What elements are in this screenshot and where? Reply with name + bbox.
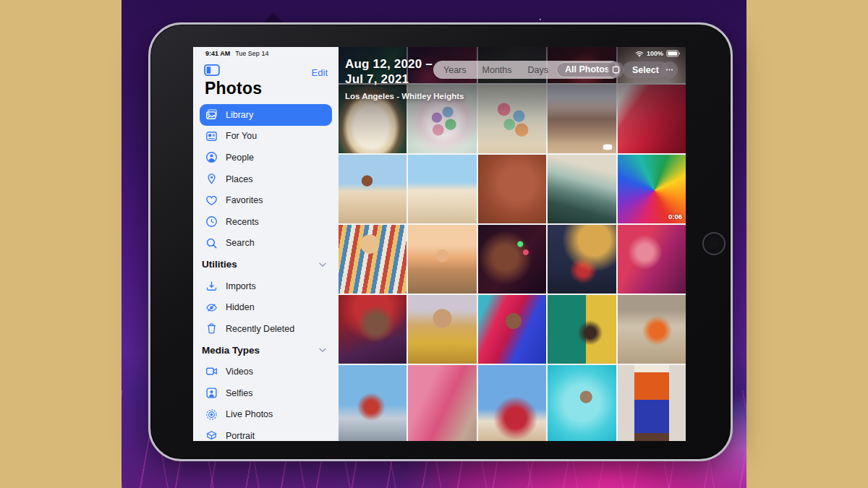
sidebar-item-places[interactable]: Places xyxy=(200,168,332,190)
photo-ocean-rocks-aerial[interactable] xyxy=(548,155,616,223)
page-title: Photos xyxy=(205,79,262,98)
photo-sunglasses-red-blue[interactable] xyxy=(478,295,546,364)
battery-icon xyxy=(666,50,681,57)
sidebar-item-recently-deleted[interactable]: Recently Deleted xyxy=(200,318,332,340)
sidebar-item-label: Live Photos xyxy=(226,409,273,419)
photo-terracotta-portrait[interactable] xyxy=(478,155,546,223)
recents-icon xyxy=(205,215,218,228)
videos-icon xyxy=(205,365,218,377)
wifi-icon xyxy=(635,51,644,57)
sidebar-item-label: Recently Deleted xyxy=(226,324,294,334)
sidebar-item-for-you[interactable]: For You xyxy=(200,126,332,147)
ipad-device: 9:41 AM Tue Sep 14 Edit Photos LibraryFo… xyxy=(148,22,733,461)
favorites-icon xyxy=(205,194,218,207)
people-icon xyxy=(205,151,218,163)
sidebar-item-label: Portrait xyxy=(226,431,255,441)
sidebar-item-label: People xyxy=(226,153,254,163)
sidebar-item-favorites[interactable]: Favorites xyxy=(200,189,332,211)
sidebar-list: LibraryFor YouPeoplePlacesFavoritesRecen… xyxy=(200,104,332,441)
sidebar-item-hidden[interactable]: Hidden xyxy=(200,296,332,318)
ellipsis-icon xyxy=(665,65,674,74)
photos-sidebar: 9:41 AM Tue Sep 14 Edit Photos LibraryFo… xyxy=(193,47,339,441)
status-bar-right: 100% xyxy=(635,50,681,57)
sidebar-section-utilities: Utilities xyxy=(200,254,332,275)
segment-days[interactable]: Days xyxy=(520,65,556,75)
hidden-icon xyxy=(205,301,218,314)
chevron-down-icon[interactable] xyxy=(318,260,328,270)
sidebar-toggle-icon[interactable] xyxy=(204,64,220,77)
segment-months[interactable]: Months xyxy=(475,65,520,75)
panorama-badge-icon xyxy=(603,144,613,150)
photo-curly-selfie-stripes[interactable] xyxy=(339,225,407,294)
photo-rainbow-umbrella-video[interactable]: 0:06 xyxy=(618,155,686,223)
photo-mustard-dupatta-woman[interactable] xyxy=(408,295,476,364)
section-label: Utilities xyxy=(202,259,237,270)
section-label: Media Types xyxy=(202,345,260,356)
more-button[interactable] xyxy=(661,61,678,78)
photo-pink-fabric-woman[interactable] xyxy=(408,365,476,441)
sidebar-item-label: Imports xyxy=(226,281,256,291)
photo-macaron-stack[interactable] xyxy=(478,85,546,153)
photo-grid: 0:06 xyxy=(339,47,686,441)
selfies-icon xyxy=(205,387,218,399)
photo-pastel-cookies[interactable] xyxy=(408,85,476,153)
library-icon xyxy=(205,108,218,121)
photo-orange-dancer-pavilion[interactable] xyxy=(618,295,686,364)
sidebar-item-people[interactable]: People xyxy=(200,147,332,168)
imports-icon xyxy=(205,280,218,292)
photo-neon-pink-woman[interactable] xyxy=(618,225,686,294)
sidebar-item-label: Library xyxy=(226,110,253,120)
home-button[interactable] xyxy=(702,232,726,255)
battery-percent: 100% xyxy=(647,50,663,57)
photo-pane: 0:06 Aug 12, 2020 – Jul 7, 2021 Los Ange… xyxy=(339,47,686,441)
sidebar-item-label: Videos xyxy=(226,367,253,377)
status-date: Tue Sep 14 xyxy=(235,50,268,57)
photo-dune-woman-hat[interactable] xyxy=(339,155,407,223)
sidebar-item-library[interactable]: Library xyxy=(200,104,332,126)
edit-button[interactable]: Edit xyxy=(312,67,328,78)
photo-teal-door-yellow-wall[interactable] xyxy=(548,295,616,364)
photo-dessert-plate[interactable] xyxy=(339,85,407,153)
sidebar-item-label: Favorites xyxy=(226,195,263,205)
sidebar-section-media-types: Media Types xyxy=(200,340,332,361)
view-segmented-control: YearsMonthsDaysAll Photos xyxy=(433,61,621,79)
photo-dune-woman-dress[interactable] xyxy=(408,155,476,223)
sidebar-item-label: Search xyxy=(226,238,255,248)
photo-doorway-orange-blue[interactable] xyxy=(618,365,686,441)
photo-red-fabric-dancer[interactable] xyxy=(618,85,686,153)
sidebar-item-label: Selfies xyxy=(226,388,253,398)
sidebar-item-recents[interactable]: Recents xyxy=(200,211,332,233)
sidebar-item-label: Places xyxy=(226,174,253,184)
photo-blue-sky-red-scarf-man[interactable] xyxy=(339,365,407,441)
portrait-icon xyxy=(205,429,218,441)
photo-turquoise-pool[interactable] xyxy=(548,365,616,441)
photo-neon-lights-portrait[interactable] xyxy=(478,225,546,294)
recently-deleted-icon xyxy=(205,322,218,335)
sidebar-item-live-photos[interactable]: Live Photos xyxy=(200,403,332,425)
chevron-down-icon[interactable] xyxy=(318,345,328,355)
photo-sunset-rocks-woman[interactable] xyxy=(408,225,476,294)
sidebar-item-label: Recents xyxy=(226,217,259,227)
photo-night-tree-red-sweater[interactable] xyxy=(548,225,616,294)
photo-red-lights-selfie[interactable] xyxy=(339,295,407,364)
zoom-grid-button[interactable] xyxy=(608,61,624,78)
sidebar-item-imports[interactable]: Imports xyxy=(200,275,332,297)
search-icon xyxy=(205,237,218,249)
photo-night-concert-teal[interactable] xyxy=(339,47,407,83)
sidebar-item-selfies[interactable]: Selfies xyxy=(200,382,332,404)
segment-years[interactable]: Years xyxy=(435,65,475,75)
ipad-screen: 9:41 AM Tue Sep 14 Edit Photos LibraryFo… xyxy=(193,47,686,441)
photo-desert-mountains[interactable] xyxy=(548,85,616,153)
for-you-icon xyxy=(205,130,218,142)
sidebar-item-videos[interactable]: Videos xyxy=(200,361,332,382)
status-bar-left: 9:41 AM Tue Sep 14 xyxy=(205,50,268,57)
photo-red-pants-sky[interactable] xyxy=(478,365,546,441)
sidebar-item-label: Hidden xyxy=(226,302,255,312)
live-photos-icon xyxy=(205,408,218,421)
sidebar-item-search[interactable]: Search xyxy=(200,233,332,254)
sidebar-item-portrait[interactable]: Portrait xyxy=(200,425,332,441)
zoom-grid-icon xyxy=(611,65,621,74)
places-icon xyxy=(205,173,218,185)
status-time: 9:41 AM xyxy=(205,50,230,57)
sidebar-item-label: For You xyxy=(226,131,257,141)
